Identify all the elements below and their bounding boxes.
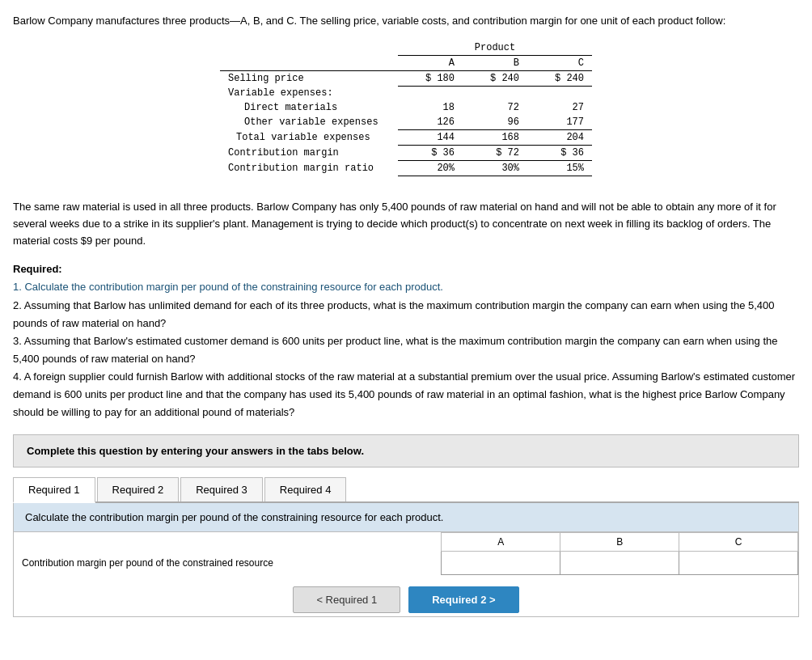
product-table-wrapper: Product A B C Selling price $ 180 $ 240 … [13, 40, 799, 188]
required-item-2: 2. Assuming that Barlow has unlimited de… [13, 299, 775, 329]
input-c[interactable] [679, 552, 797, 574]
cell-c-cm: $ 36 [527, 146, 592, 161]
cell-a-selling: $ 180 [398, 70, 463, 86]
cell-c-selling: $ 240 [527, 70, 592, 86]
cell-a-cm-ratio: 20% [398, 161, 463, 176]
row-label-cm: Contribution margin [220, 146, 398, 161]
tab-required3[interactable]: Required 3 [180, 477, 263, 501]
product-group-header: Product [398, 40, 592, 56]
row-label-total-var: Total variable expenses [220, 130, 398, 146]
answer-row: Contribution margin per pound of the con… [14, 552, 798, 575]
answer-col-a-header: A [442, 533, 560, 552]
cell-b-cm: $ 72 [463, 146, 527, 161]
cell-b-cm-ratio: 30% [463, 161, 527, 176]
cell-c-other: 177 [527, 115, 592, 130]
tabs-row: Required 1 Required 2 Required 3 Require… [13, 477, 799, 503]
cell-a-other: 126 [398, 115, 463, 130]
input-a[interactable] [442, 552, 560, 574]
cell-a-dm: 18 [398, 100, 463, 115]
cell-a-total-var: 144 [398, 130, 463, 146]
table-row: Contribution margin $ 36 $ 72 $ 36 [220, 146, 592, 161]
body-paragraph: The same raw material is used in all thr… [13, 199, 799, 249]
required-item-1: 1. Calculate the contribution margin per… [13, 281, 443, 293]
table-row: Contribution margin ratio 20% 30% 15% [220, 161, 592, 176]
answer-col-b-header: B [560, 533, 679, 552]
answer-table: A B C Contribution margin per pound of t… [14, 532, 798, 575]
tab-required4[interactable]: Required 4 [264, 477, 347, 501]
col-c-header: C [527, 55, 592, 70]
required-header: Required: [13, 263, 62, 275]
answer-col-c-header: C [679, 533, 798, 552]
row-label-cm-ratio: Contribution margin ratio [220, 161, 398, 176]
prev-button[interactable]: < Required 1 [293, 586, 400, 613]
col-b-header: B [463, 55, 527, 70]
answer-row-label: Contribution margin per pound of the con… [14, 552, 442, 575]
cell-c-cm-ratio: 15% [527, 161, 592, 176]
cell-c-dm: 27 [527, 100, 592, 115]
cell-b-other: 96 [463, 115, 527, 130]
cell-b-dm: 72 [463, 100, 527, 115]
table-row: Direct materials 18 72 27 [220, 100, 592, 115]
next-button[interactable]: Required 2 > [408, 586, 518, 613]
tab-instruction: Calculate the contribution margin per po… [14, 503, 798, 532]
required-item-4: 4. A foreign supplier could furnish Barl… [13, 370, 795, 418]
required-section: Required: 1. Calculate the contribution … [13, 260, 799, 421]
cell-c-total-var: 204 [527, 130, 592, 146]
intro-text: Barlow Company manufactures three produc… [13, 13, 799, 29]
input-cell-a[interactable] [442, 552, 560, 575]
cell-b-total-var: 168 [463, 130, 527, 146]
required-item-3: 3. Assuming that Barlow's estimated cust… [13, 335, 777, 365]
table-row: Other variable expenses 126 96 177 [220, 115, 592, 130]
tab-required2[interactable]: Required 2 [97, 477, 180, 501]
input-cell-b[interactable] [560, 552, 679, 575]
product-table: Product A B C Selling price $ 180 $ 240 … [220, 40, 592, 177]
row-label-other-var: Other variable expenses [220, 115, 398, 130]
cell-b-selling: $ 240 [463, 70, 527, 86]
row-label-variable-expenses: Variable expenses: [220, 86, 398, 100]
col-a-header: A [398, 55, 463, 70]
table-row: Selling price $ 180 $ 240 $ 240 [220, 70, 592, 86]
table-row: Variable expenses: [220, 86, 592, 100]
tab-content: Calculate the contribution margin per po… [13, 503, 799, 617]
row-label-direct-materials: Direct materials [220, 100, 398, 115]
complete-box: Complete this question by entering your … [13, 434, 799, 468]
tab-required1[interactable]: Required 1 [13, 477, 95, 503]
table-row: Total variable expenses 144 168 204 [220, 130, 592, 146]
input-b[interactable] [560, 552, 679, 574]
cell-a-cm: $ 36 [398, 146, 463, 161]
input-cell-c[interactable] [679, 552, 798, 575]
complete-box-text: Complete this question by entering your … [27, 445, 364, 457]
row-label-selling-price: Selling price [220, 70, 398, 86]
nav-buttons: < Required 1 Required 2 > [14, 575, 798, 616]
